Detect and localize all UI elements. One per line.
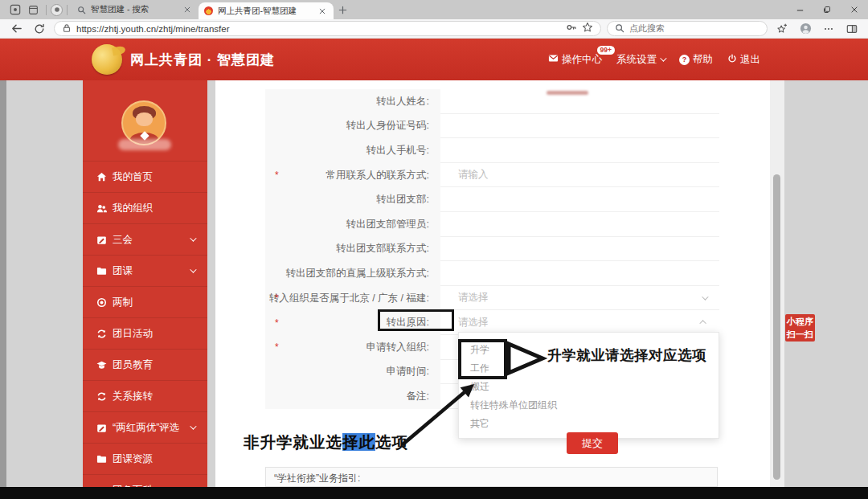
more-menu-icon[interactable] xyxy=(820,21,837,37)
edit-icon xyxy=(96,423,107,433)
new-tab-button[interactable] xyxy=(334,2,351,18)
form-row-id_number: 转出人身份证号码: xyxy=(265,114,719,139)
sidebar-item-baike[interactable]: 团务百科 xyxy=(83,474,207,487)
form-label-branch_contact: 转出团支部联系方式: xyxy=(265,237,440,262)
form-field-id_number[interactable] xyxy=(440,114,719,139)
recycle-icon xyxy=(96,329,107,339)
site-favicon xyxy=(204,6,213,15)
folder-icon xyxy=(96,266,107,276)
refresh-button[interactable] xyxy=(31,21,48,37)
workspaces-icon[interactable] xyxy=(6,2,24,18)
sidebar-item-tuanri[interactable]: 团日活动 xyxy=(83,317,207,349)
required-marker: * xyxy=(275,292,279,304)
header-nav: 操作中心 99+ 系统设置 ? 帮助 退出 xyxy=(548,39,760,80)
back-button[interactable] xyxy=(7,21,25,37)
form-field-branch_upper_contact[interactable] xyxy=(440,261,719,286)
power-icon xyxy=(727,54,737,66)
dropdown-option-other[interactable]: 其它 xyxy=(459,415,719,433)
sidebar-panel-icon[interactable] xyxy=(843,21,861,37)
business-guide-label: “学社衔接”业务指引: xyxy=(274,472,360,484)
nav-system-settings[interactable]: 系统设置 xyxy=(616,53,665,67)
sidebar-item-tuanke[interactable]: 团课 xyxy=(83,255,207,286)
close-button[interactable] xyxy=(841,0,868,19)
sidebar-item-resources[interactable]: 团课资源 xyxy=(83,443,207,474)
browser-titlebar: 智慧团建 - 搜索 网上共青团-智慧团建 xyxy=(0,0,868,19)
search-placeholder: 点此搜索 xyxy=(629,22,665,35)
nav-logout[interactable]: 退出 xyxy=(727,53,760,67)
scrollbar-thumb[interactable] xyxy=(773,174,780,480)
sidebar-item-label: 三会 xyxy=(113,233,133,247)
required-marker: * xyxy=(275,170,279,181)
password-key-icon[interactable] xyxy=(566,22,577,36)
form-label-id_number: 转出人身份证号码: xyxy=(265,114,440,139)
maximize-button[interactable] xyxy=(813,0,841,19)
business-guide-box: “学社衔接”业务指引: xyxy=(265,467,718,487)
browser-toolbar: https://zhtj.youth.cn/zhtj/mine/transfer… xyxy=(0,19,868,39)
tab-close-icon[interactable] xyxy=(182,4,193,15)
collections-star-icon[interactable] xyxy=(773,21,791,37)
annotation-text-right: 升学就业请选择对应选项 xyxy=(547,346,706,365)
tab-actions-icon[interactable] xyxy=(24,2,42,18)
education-icon xyxy=(96,360,107,370)
sidebar-item-organization[interactable]: 我的组织 xyxy=(83,192,207,223)
url-text[interactable]: https://zhtj.youth.cn/zhtj/mine/transfer xyxy=(76,24,561,34)
favorite-star-icon[interactable] xyxy=(582,22,593,36)
tab-search[interactable]: 智慧团建 - 搜索 xyxy=(72,2,199,18)
question-icon: ? xyxy=(679,55,690,65)
folder-icon xyxy=(96,454,107,464)
profile-avatar-icon[interactable] xyxy=(796,21,814,37)
sidebar-item-transfer[interactable]: 关系接转 xyxy=(83,380,207,411)
transfer-icon xyxy=(96,391,107,402)
form-field-target_region[interactable]: 请选择 xyxy=(440,286,719,311)
minimize-button[interactable] xyxy=(786,0,813,19)
sidebar: 我的首页我的组织三会团课两制团日活动团员教育关系接转“两红两优”评选团课资源团务… xyxy=(83,80,207,487)
sidebar-item-education[interactable]: 团员教育 xyxy=(83,349,207,380)
form-field-contact[interactable]: 请输入 xyxy=(440,163,719,188)
notification-badge: 99+ xyxy=(597,46,615,55)
address-bar[interactable]: https://zhtj.youth.cn/zhtj/mine/transfer xyxy=(54,21,601,36)
search-icon xyxy=(615,22,624,36)
form-field-phone[interactable] xyxy=(440,138,719,163)
chevron-down-icon xyxy=(190,423,196,429)
form-row-name: 转出人姓名: xyxy=(265,89,719,114)
tab-zhtj-active[interactable]: 网上共青团-智慧团建 xyxy=(199,2,334,19)
sidebar-item-sanhui[interactable]: 三会 xyxy=(83,223,207,255)
edit-icon xyxy=(96,235,107,245)
sidebar-item-label: 关系接转 xyxy=(113,390,153,403)
target-icon xyxy=(96,297,107,308)
mini-program-badge[interactable]: 小程序 扫一扫 xyxy=(785,314,815,342)
form-row-branch_upper_contact: 转出团支部的直属上级联系方式: xyxy=(265,261,719,286)
extension-icon[interactable] xyxy=(51,4,63,16)
submit-button[interactable]: 提交 xyxy=(567,432,618,454)
required-marker: * xyxy=(275,342,279,353)
quick-search-box[interactable]: 点此搜索 xyxy=(607,21,768,36)
form-row-contact: *常用联系人的联系方式:请输入 xyxy=(265,163,719,188)
transfer-form-panel: 转出人姓名:转出人身份证号码:转出人手机号:*常用联系人的联系方式:请输入转出团… xyxy=(215,80,770,487)
form-row-target_region: *转入组织是否属于北京 / 广东 / 福建:请选择 xyxy=(265,286,719,311)
search-icon xyxy=(77,6,86,14)
redacted-value xyxy=(547,91,588,95)
mail-icon xyxy=(548,53,559,66)
redacted-username xyxy=(118,139,171,150)
chevron-down-icon xyxy=(660,55,666,61)
form-field-branch_admin[interactable] xyxy=(440,212,719,237)
form-field-branch_contact[interactable] xyxy=(440,237,719,262)
chevron-up-icon xyxy=(699,320,706,326)
sidebar-item-label: 团课资源 xyxy=(113,452,153,466)
form-row-branch_admin: 转出团支部管理员: xyxy=(265,212,719,237)
home-icon xyxy=(96,172,107,182)
scrollbar-track[interactable] xyxy=(770,80,784,487)
sidebar-item-liangzhi[interactable]: 两制 xyxy=(83,286,207,317)
dropdown-option-special[interactable]: 转往特殊单位团组织 xyxy=(459,396,719,415)
form-label-phone: 转出人手机号: xyxy=(265,138,440,163)
sidebar-item-home[interactable]: 我的首页 xyxy=(83,161,207,192)
page-left-edge xyxy=(0,80,6,487)
sidebar-item-pingxuan[interactable]: “两红两优”评选 xyxy=(83,411,207,443)
nav-operation-center[interactable]: 操作中心 99+ xyxy=(548,53,602,67)
dropdown-option-banqian[interactable]: 搬迁 xyxy=(459,378,719,396)
users-icon xyxy=(96,203,107,214)
nav-help[interactable]: ? 帮助 xyxy=(679,53,713,67)
sidebar-item-label: 我的组织 xyxy=(113,202,153,215)
tab-close-icon[interactable] xyxy=(317,6,328,17)
form-field-branch[interactable] xyxy=(440,187,719,212)
